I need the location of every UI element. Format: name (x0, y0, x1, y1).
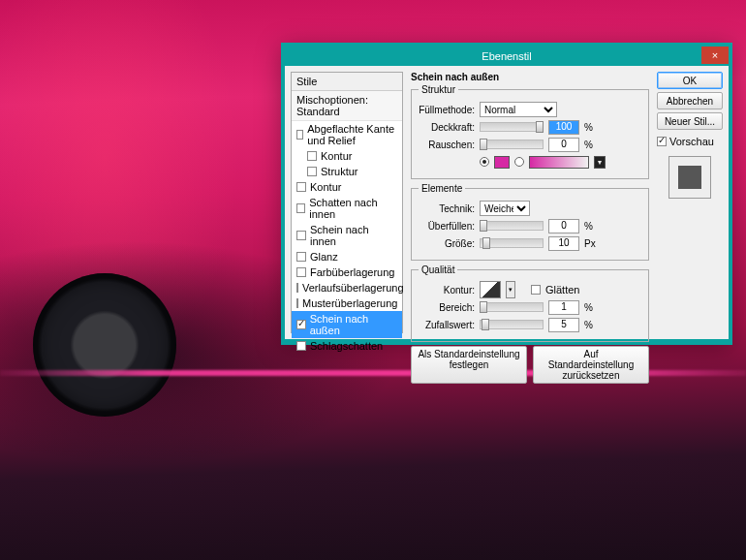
uberfullen-unit: % (584, 221, 593, 232)
deckkraft-value[interactable]: 100 (548, 120, 579, 135)
dialog-title: Ebenenstil (482, 50, 531, 62)
section-title: Schein nach außen (411, 72, 649, 82)
style-item[interactable]: Kontur (292, 148, 402, 164)
layer-style-dialog: Ebenenstil × Stile Mischoptionen: Standa… (281, 43, 732, 345)
bereich-label: Bereich: (419, 302, 475, 313)
style-item[interactable]: Schlagschatten (292, 338, 402, 354)
elemente-legend: Elemente (419, 183, 465, 194)
style-item[interactable]: Farbüberlagerung (292, 264, 402, 280)
style-item[interactable]: Verlaufsüberlagerung (292, 280, 402, 296)
fullmethode-label: Füllmethode: (419, 105, 475, 115)
contour-preview[interactable] (480, 281, 501, 298)
styles-panel: Stile Mischoptionen: Standard Abgeflacht… (291, 72, 403, 333)
style-label: Verlaufsüberlagerung (302, 282, 404, 294)
set-default-button[interactable]: Als Standardeinstellung festlegen (411, 346, 527, 384)
qualitat-group: Qualität Kontur: ▾ Glätten Bereich: 1 % … (411, 264, 649, 342)
deckkraft-label: Deckkraft: (419, 122, 475, 133)
dialog-titlebar[interactable]: Ebenenstil × (285, 47, 729, 66)
style-label: Schatten nach innen (309, 197, 397, 220)
style-label: Kontur (310, 181, 341, 193)
gradient-preview[interactable] (529, 156, 589, 169)
rauschen-value[interactable]: 0 (548, 138, 579, 152)
style-checkbox[interactable] (296, 203, 305, 213)
reset-default-button[interactable]: Auf Standardeinstellung zurücksetzen (533, 346, 649, 384)
style-item[interactable]: Schatten nach innen (292, 195, 402, 222)
zufallswert-label: Zufallswert: (419, 320, 475, 330)
fullmethode-select[interactable]: Normal (480, 102, 557, 117)
style-item[interactable]: Struktur (292, 164, 402, 179)
style-label: Schlagschatten (310, 340, 383, 352)
style-label: Musterüberlagerung (302, 297, 397, 309)
new-style-button[interactable]: Neuer Stil... (657, 112, 723, 130)
color-radio[interactable] (480, 157, 489, 167)
zufallswert-slider[interactable] (480, 320, 544, 329)
deckkraft-unit: % (584, 122, 593, 133)
style-checkbox[interactable] (296, 298, 298, 308)
style-label: Farbüberlagerung (310, 266, 394, 278)
style-checkbox[interactable] (296, 130, 303, 140)
style-checkbox[interactable] (296, 320, 306, 329)
bereich-value[interactable]: 1 (548, 300, 579, 315)
glatten-checkbox[interactable] (531, 285, 541, 295)
style-item[interactable]: Schein nach innen (292, 222, 402, 249)
style-label: Struktur (321, 166, 358, 177)
style-checkbox[interactable] (296, 252, 306, 262)
style-checkbox[interactable] (296, 283, 298, 293)
blend-options-header[interactable]: Mischoptionen: Standard (292, 91, 402, 121)
grosse-slider[interactable] (480, 238, 544, 248)
style-label: Schein nach außen (310, 313, 397, 336)
grosse-value[interactable]: 10 (548, 236, 579, 251)
rauschen-label: Rauschen: (419, 140, 475, 150)
grosse-label: Größe: (419, 238, 475, 249)
bereich-unit: % (584, 302, 593, 313)
struktur-group: Struktur Füllmethode: Normal Deckkraft: … (411, 84, 649, 179)
technik-label: Technik: (419, 203, 475, 214)
preview-label: Vorschau (669, 136, 714, 147)
style-item[interactable]: Musterüberlagerung (292, 296, 402, 311)
grosse-unit: Px (584, 238, 596, 249)
zufallswert-value[interactable]: 5 (548, 318, 579, 332)
close-button[interactable]: × (701, 47, 729, 64)
style-checkbox[interactable] (296, 341, 306, 351)
style-checkbox[interactable] (296, 182, 306, 192)
styles-header[interactable]: Stile (292, 73, 402, 91)
style-label: Schein nach innen (310, 224, 397, 247)
ok-button[interactable]: OK (657, 72, 723, 89)
uberfullen-slider[interactable] (480, 221, 544, 231)
style-label: Kontur (321, 150, 352, 162)
style-label: Abgeflachte Kante und Relief (307, 123, 397, 146)
style-checkbox[interactable] (307, 167, 317, 176)
elemente-group: Elemente Technik: Weicher Überfüllen: 0 … (411, 183, 649, 261)
rauschen-slider[interactable] (480, 140, 544, 149)
gradient-dropdown-icon[interactable]: ▾ (594, 156, 606, 169)
contour-dropdown-icon[interactable]: ▾ (506, 281, 515, 298)
uberfullen-value[interactable]: 0 (548, 219, 579, 233)
uberfullen-label: Überfüllen: (419, 221, 475, 232)
zufallswert-unit: % (584, 320, 593, 330)
style-label: Glanz (310, 251, 338, 263)
style-item[interactable]: Kontur (292, 179, 402, 195)
glatten-label: Glätten (545, 284, 579, 296)
style-item[interactable]: Schein nach außen (292, 311, 402, 338)
technik-select[interactable]: Weicher (480, 201, 530, 216)
cancel-button[interactable]: Abbrechen (657, 92, 723, 109)
preview-checkbox[interactable] (657, 137, 667, 146)
gradient-radio[interactable] (514, 157, 524, 167)
right-column: OK Abbrechen Neuer Stil... Vorschau (657, 72, 723, 333)
settings-panel: Schein nach außen Struktur Füllmethode: … (409, 72, 651, 333)
deckkraft-slider[interactable] (480, 122, 544, 132)
kontur-label: Kontur: (419, 285, 475, 296)
style-checkbox[interactable] (307, 151, 317, 161)
style-checkbox[interactable] (296, 231, 306, 240)
style-item[interactable]: Glanz (292, 249, 402, 264)
color-swatch[interactable] (494, 156, 510, 169)
rauschen-unit: % (584, 140, 593, 150)
qualitat-legend: Qualität (419, 264, 457, 275)
preview-swatch (678, 166, 701, 189)
bereich-slider[interactable] (480, 302, 544, 312)
preview-box (668, 156, 711, 199)
style-item[interactable]: Abgeflachte Kante und Relief (292, 121, 402, 148)
close-icon: × (712, 49, 718, 61)
dialog-body: Stile Mischoptionen: Standard Abgeflacht… (285, 66, 729, 339)
style-checkbox[interactable] (296, 267, 306, 277)
